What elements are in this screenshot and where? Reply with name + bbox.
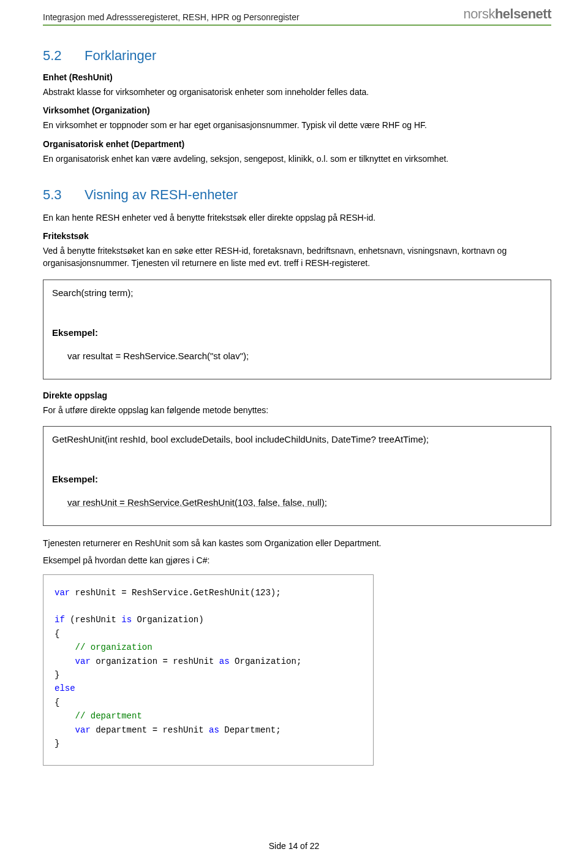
code-box-search: Search(string term); Eksempel: var resul… bbox=[43, 280, 551, 379]
code-example: Eksempel: var reshUnit = ReshService.Get… bbox=[52, 453, 542, 518]
code: Department; bbox=[219, 725, 281, 735]
section-title: Forklaringer bbox=[85, 48, 156, 63]
fritekst-desc: Ved å benytte fritekstsøket kan en søke … bbox=[43, 245, 551, 270]
code: organization = reshUnit bbox=[91, 657, 219, 666]
kw: is bbox=[121, 615, 132, 625]
term-heading: Enhet (ReshUnit) bbox=[43, 72, 551, 82]
code: (reshUnit bbox=[65, 615, 121, 625]
logo-light: norsk bbox=[464, 6, 495, 21]
section-number: 5.2 bbox=[43, 48, 85, 64]
section-5-2-heading: 5.2Forklaringer bbox=[43, 48, 551, 64]
page-header: Integrasjon med Adressseregisteret, RESH… bbox=[43, 0, 551, 26]
after-box-text: Tjenesten returnerer en ReshUnit som så … bbox=[43, 537, 551, 549]
page-number: Side 14 of 22 bbox=[269, 841, 320, 851]
example-label: Eksempel: bbox=[52, 474, 542, 484]
term-desc: Abstrakt klasse for virksomheter og orga… bbox=[43, 86, 551, 98]
page-footer: Side 14 of 22 bbox=[0, 841, 588, 851]
kw: as bbox=[209, 725, 219, 735]
header-title: Integrasjon med Adressseregisteret, RESH… bbox=[43, 12, 300, 22]
fritekst-heading: Fritekstsøk bbox=[43, 231, 551, 241]
code: reshUnit = ReshService.GetReshUnit(123); bbox=[70, 588, 281, 598]
section-intro: En kan hente RESH enheter ved å benytte … bbox=[43, 211, 551, 224]
section-title: Visning av RESH-enheter bbox=[85, 187, 238, 202]
direkte-desc: For å utføre direkte oppslag kan følgend… bbox=[43, 404, 551, 416]
code: { bbox=[55, 698, 59, 707]
kw: var bbox=[55, 725, 91, 735]
code: Organization) bbox=[132, 615, 204, 625]
code: Organization; bbox=[230, 657, 302, 666]
page: Integrasjon med Adressseregisteret, RESH… bbox=[0, 0, 588, 868]
after-box-text: Eksempel på hvordan dette kan gjøres i C… bbox=[43, 554, 551, 566]
kw: else bbox=[55, 683, 75, 693]
term-heading: Organisatorisk enhet (Department) bbox=[43, 139, 551, 149]
example-label: Eksempel: bbox=[52, 327, 542, 338]
code: { bbox=[55, 629, 59, 639]
code-signature: GetReshUnit(int reshId, bool excludeDeta… bbox=[52, 434, 542, 444]
direkte-heading: Direkte oppslag bbox=[43, 390, 551, 400]
comment: // organization bbox=[55, 642, 153, 652]
code-example: Eksempel: var resultat = ReshService.Sea… bbox=[52, 306, 542, 371]
term-heading: Virksomhet (Organization) bbox=[43, 105, 551, 115]
section-number: 5.3 bbox=[43, 187, 85, 203]
logo-bold: helsenett bbox=[495, 6, 551, 21]
section-5-3-heading: 5.3Visning av RESH-enheter bbox=[43, 187, 551, 203]
example-code: var resultat = ReshService.Search("st ol… bbox=[67, 351, 249, 361]
term-desc: En organisatorisk enhet kan være avdelin… bbox=[43, 153, 551, 165]
code: } bbox=[55, 739, 59, 748]
kw: if bbox=[55, 615, 65, 625]
code: department = reshUnit bbox=[91, 725, 209, 735]
code-box-getreshunit: GetReshUnit(int reshId, bool excludeDeta… bbox=[43, 426, 551, 526]
csharp-code-box: var reshUnit = ReshService.GetReshUnit(1… bbox=[43, 574, 374, 766]
example-code: var reshUnit = ReshService.GetReshUnit(1… bbox=[67, 497, 327, 508]
code-signature: Search(string term); bbox=[52, 287, 542, 298]
term-desc: En virksomhet er toppnoder som er har eg… bbox=[43, 119, 551, 131]
kw: var bbox=[55, 588, 70, 598]
kw: as bbox=[219, 657, 230, 666]
kw: var bbox=[55, 657, 91, 666]
logo: norskhelsenett bbox=[464, 6, 551, 22]
comment: // department bbox=[55, 711, 142, 721]
code: } bbox=[55, 670, 59, 680]
